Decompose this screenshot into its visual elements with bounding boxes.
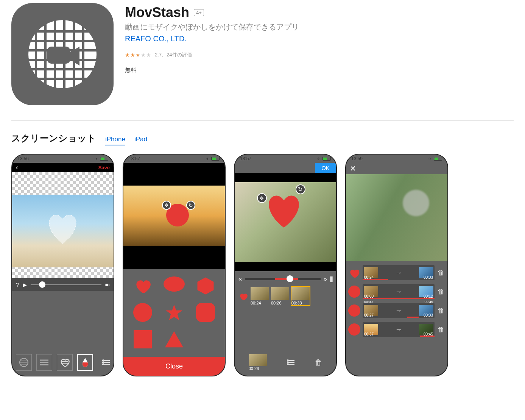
preview-image: ✥ ↻ <box>235 182 336 262</box>
shape-ellipse[interactable] <box>164 276 185 292</box>
sliders-icon[interactable] <box>102 360 110 365</box>
preview-image: ✥ ↻ <box>123 186 225 246</box>
tool-heart[interactable] <box>57 354 73 371</box>
scrubber[interactable] <box>245 278 321 280</box>
tool-row <box>12 349 114 376</box>
bottom-bar: 00:26 🗑 <box>235 349 336 376</box>
trash-icon[interactable]: 🗑 <box>437 269 445 277</box>
app-info: MovStash 4+ 動画にモザイクやぼかしをかけて保存できるアプリ REAF… <box>125 3 514 105</box>
shape-square[interactable] <box>134 330 152 348</box>
shape-picker <box>123 269 225 357</box>
rewind-icon[interactable]: « <box>238 276 242 283</box>
heart-icon <box>348 267 360 279</box>
close-icon[interactable]: ✕ <box>350 164 356 173</box>
svg-marker-23 <box>197 278 213 295</box>
layer-row: 00:27 → 00:33 🗑 <box>348 303 445 318</box>
trash-icon[interactable]: 🗑 <box>437 326 445 334</box>
canvas-area: ✥ ↻ <box>235 173 336 271</box>
bars-icon[interactable]: ||| <box>330 276 332 283</box>
heart-icon <box>238 292 248 301</box>
status-time: 13:57 <box>240 156 251 161</box>
topbar: ✕ <box>346 163 447 174</box>
rating-row: 2.7、24件の評価 <box>125 52 514 58</box>
help-button[interactable]: ? <box>16 282 19 288</box>
star-rating <box>125 53 151 58</box>
circle-icon <box>348 304 360 317</box>
screenshot-1[interactable]: 13:56 ✈ ‹ Save ? ▶ ■‹ <box>11 154 114 376</box>
clip-thumb[interactable]: 00:26 <box>249 354 267 371</box>
status-bar: 13:57 ✈ <box>235 155 336 163</box>
keyframe[interactable]: 00:26 <box>271 287 289 305</box>
blur-mask <box>403 190 429 216</box>
arrow-icon: → <box>379 326 418 334</box>
developer-link[interactable]: REAFO CO., LTD. <box>125 34 514 43</box>
screenshots-title: スクリーンショット <box>11 132 96 144</box>
layer-row: 00:00 → 00:12 00:00 00:45 🗑 <box>348 284 445 299</box>
trash-icon[interactable]: 🗑 <box>437 307 445 315</box>
svg-rect-13 <box>47 47 70 64</box>
battery-icon <box>322 157 331 161</box>
app-subtitle: 動画にモザイクやぼかしをかけて保存できるアプリ <box>125 22 514 32</box>
app-title: MovStash <box>125 5 189 20</box>
tool-drop[interactable] <box>77 354 93 371</box>
playback-bar: ? ▶ ■‹ <box>12 278 114 291</box>
trash-icon[interactable]: 🗑 <box>437 288 445 296</box>
ok-button[interactable]: OK <box>315 163 336 173</box>
keyframe[interactable]: 00:33 <box>291 287 310 305</box>
battery-icon <box>100 157 108 161</box>
tool-lines[interactable] <box>36 354 52 371</box>
layer-segment[interactable]: 00:37 → 00:45 <box>363 322 435 337</box>
airplane-icon: ✈ <box>317 157 320 161</box>
tool-circle[interactable] <box>16 354 32 371</box>
layer-segment[interactable]: 00:27 → 00:33 <box>363 303 435 318</box>
tab-iphone[interactable]: iPhone <box>105 136 125 145</box>
rotate-handle-icon[interactable]: ↻ <box>186 201 195 210</box>
svg-marker-24 <box>165 331 183 348</box>
back-icon[interactable]: ‹ <box>16 164 18 172</box>
keyframe[interactable]: 00:24 <box>251 287 269 305</box>
app-icon <box>11 3 114 105</box>
status-bar: 13:57 ✈ <box>123 155 225 163</box>
layer-segment[interactable]: 00:00 → 00:12 00:00 00:45 <box>363 284 435 299</box>
shape-heart[interactable] <box>133 276 153 294</box>
screenshot-2[interactable]: 13:57 ✈ ✥ ↻ Close <box>123 154 226 376</box>
shape-star[interactable] <box>164 303 184 323</box>
shape-triangle[interactable] <box>164 330 184 348</box>
camera-icon[interactable]: ■‹ <box>105 282 110 287</box>
trash-icon[interactable]: 🗑 <box>315 358 322 367</box>
rotate-handle-icon[interactable]: ↻ <box>296 184 305 194</box>
airplane-icon: ✈ <box>206 157 209 161</box>
airplane-icon: ✈ <box>428 157 432 161</box>
keyframe-row: 00:24 00:26 00:33 <box>238 287 332 305</box>
age-badge: 4+ <box>194 9 204 16</box>
close-button[interactable]: Close <box>123 357 225 376</box>
layer-segment[interactable]: 00:24 → 00:33 <box>363 265 435 280</box>
timeline: « » ||| 00:24 00:26 00:33 <box>235 271 336 308</box>
circle-icon <box>348 323 360 336</box>
app-header: MovStash 4+ 動画にモザイクやぼかしをかけて保存できるアプリ REAF… <box>11 0 514 121</box>
status-bar: 13:59 ✈ <box>346 155 447 163</box>
airplane-icon: ✈ <box>95 157 98 161</box>
move-handle-icon[interactable]: ✥ <box>162 201 171 210</box>
status-time: 13:59 <box>351 156 363 161</box>
arrow-icon: → <box>379 269 418 277</box>
save-button[interactable]: Save <box>98 165 110 170</box>
arrow-icon: → <box>379 288 418 296</box>
layer-row: 00:37 → 00:45 🗑 <box>348 322 445 337</box>
sliders-icon[interactable] <box>287 360 294 365</box>
shape-hexagon[interactable] <box>196 276 215 295</box>
shape-circle[interactable] <box>133 303 152 322</box>
topbar: OK <box>235 163 336 173</box>
screenshot-4[interactable]: 13:59 ✈ ✕ 00:24 → 00:33 🗑 <box>345 154 448 376</box>
screenshot-3[interactable]: 13:57 ✈ OK ✥ ↻ « » ||| 00:24 00:26 <box>234 154 337 376</box>
arrow-icon: → <box>379 307 418 315</box>
shape-rounded[interactable] <box>196 303 215 322</box>
status-time: 13:57 <box>129 156 140 161</box>
scrubber[interactable] <box>31 284 101 285</box>
play-icon[interactable]: ▶ <box>23 282 27 288</box>
battery-icon <box>211 157 220 161</box>
tab-ipad[interactable]: iPad <box>134 136 147 145</box>
screenshots-row[interactable]: 13:56 ✈ ‹ Save ? ▶ ■‹ <box>11 154 514 376</box>
forward-icon[interactable]: » <box>324 276 327 283</box>
status-bar: 13:56 ✈ <box>12 155 114 163</box>
